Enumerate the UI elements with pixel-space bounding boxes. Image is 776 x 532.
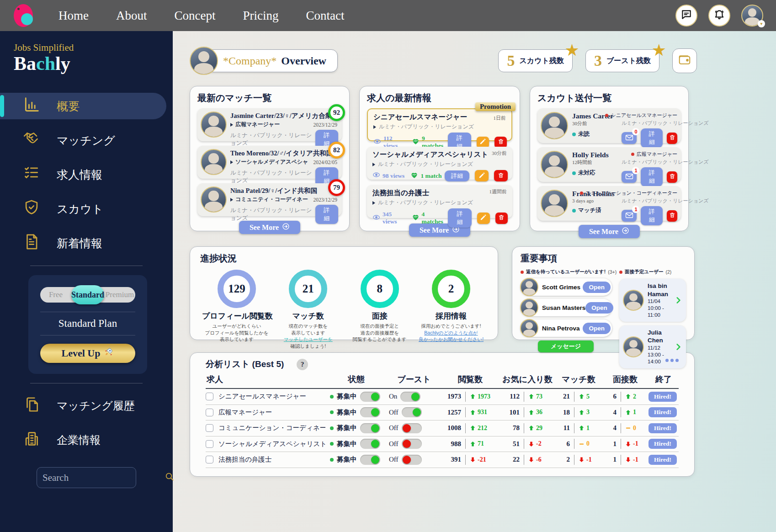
- matches-delta: 3: [579, 409, 590, 416]
- stat-interviews[interactable]: 8 面接 現在の面接予定と 過去の面接履歴を 閲覧することができます: [345, 269, 415, 350]
- see-more-scouts-button[interactable]: See More: [579, 225, 640, 238]
- match-list-item[interactable]: Nina Patel/29/♀/インド共和国 コミュニティ・コーディネーター 2…: [197, 183, 342, 216]
- stat-hired[interactable]: 2 採用情報 採用おめでとうございます! Bachlyのどのような点が 良かった…: [416, 269, 486, 350]
- sidebar-item-scout[interactable]: スカウト: [0, 196, 173, 222]
- job-list-item[interactable]: 30分前 ソーシャルメディアスペシャリスト ルミナ・パブリック・リレーションズ: [367, 147, 512, 180]
- plan-option-standard[interactable]: Standard: [71, 285, 104, 304]
- sidebar-item-company-info[interactable]: 企業情報: [0, 427, 173, 453]
- stat-profile-views[interactable]: 129 プロフィール閲覧数 ユーザーがどれくらい プロフィールを閲覧したかを 表…: [202, 269, 271, 350]
- hired-button[interactable]: Hired!: [648, 423, 677, 433]
- delete-scout-button[interactable]: [667, 210, 677, 222]
- boost-remaining-badge[interactable]: ★ 3 ブースト残数: [585, 49, 659, 72]
- scout-list-item[interactable]: Holly Fields 12時間前 未対応 広報マネージャー ルミナ・パブリッ…: [537, 147, 681, 182]
- sidebar-item-news[interactable]: 新着情報: [0, 230, 173, 256]
- scout-remaining-badge[interactable]: ★ 5 スカウト残数: [498, 49, 573, 72]
- boost-toggle[interactable]: [402, 455, 422, 465]
- status-toggle[interactable]: [360, 439, 380, 449]
- row-checkbox[interactable]: [206, 393, 213, 400]
- app-logo-icon[interactable]: [13, 3, 35, 28]
- boost-toggle[interactable]: [400, 392, 420, 402]
- delete-scout-button[interactable]: [667, 171, 677, 183]
- candidate-name: Theo Moreno/32/♂/イタリア共和国: [230, 149, 338, 158]
- plan-segmented-control: Free Standard Premium: [40, 287, 135, 303]
- search-input[interactable]: [43, 472, 164, 484]
- detail-button[interactable]: 詳細: [641, 128, 663, 148]
- nav-link-concept[interactable]: Concept: [174, 9, 215, 23]
- delete-job-button[interactable]: [495, 213, 508, 224]
- matched-users-link[interactable]: マッチしたユーザーを: [273, 336, 343, 343]
- sidebar-item-matching[interactable]: マッチング: [0, 127, 173, 154]
- edit-job-button[interactable]: [477, 213, 490, 224]
- chevron-right-icon[interactable]: [674, 342, 682, 352]
- sidebar-item-jobs[interactable]: 求人情報: [0, 161, 173, 188]
- boost-toggle[interactable]: [402, 407, 422, 417]
- job-posted-time: 1週間前: [489, 188, 507, 195]
- scout-list-item[interactable]: Frank Hollins 3 days ago マッチ済 コミュニケーション・…: [537, 186, 681, 221]
- status-toggle[interactable]: [360, 455, 380, 465]
- plan-option-premium[interactable]: Premium: [104, 290, 135, 299]
- row-checkbox[interactable]: [206, 456, 213, 463]
- company-avatar[interactable]: [190, 47, 218, 75]
- analysis-list-card: 分析リスト (Best 5) ? 求人 状態 ブースト 閲覧数 お気に入り数 マ…: [190, 352, 695, 477]
- mail-button[interactable]: 1: [622, 171, 637, 183]
- sidebar-item-overview[interactable]: 概要: [0, 93, 166, 119]
- detail-button[interactable]: 詳細: [448, 208, 472, 228]
- row-checkbox[interactable]: [206, 440, 213, 448]
- boost-label: On: [389, 393, 397, 400]
- delete-job-button[interactable]: [494, 170, 508, 181]
- delete-job-button[interactable]: [494, 137, 507, 148]
- status-toggle[interactable]: [360, 423, 380, 433]
- user-avatar[interactable]: ▾: [741, 5, 763, 27]
- row-checkbox[interactable]: [206, 424, 213, 432]
- wallet-button[interactable]: [672, 48, 697, 73]
- chat-button[interactable]: [675, 5, 697, 27]
- candidate-job: コミュニティ・コーディネーター: [235, 196, 308, 203]
- open-button[interactable]: Open: [585, 302, 613, 314]
- match-list-item[interactable]: Theo Moreno/32/♂/イタリア共和国 ソーシャルメディアスペシャリス…: [197, 146, 342, 179]
- hired-button[interactable]: Hired!: [648, 407, 677, 417]
- mail-button[interactable]: 1: [622, 210, 637, 222]
- brand-logo[interactable]: Jobs Simplified Bachly: [0, 42, 173, 74]
- detail-button[interactable]: 詳細: [641, 206, 663, 225]
- job-list-item[interactable]: Promotion 1日前 シニアセールスマネージャー ルミナ・パブリック・リレ…: [367, 108, 512, 141]
- feedback-link[interactable]: Bachlyのどのような点が: [416, 330, 486, 336]
- edit-job-button[interactable]: [475, 170, 489, 181]
- nav-link-contact[interactable]: Contact: [306, 9, 344, 23]
- nav-link-pricing[interactable]: Pricing: [243, 9, 278, 23]
- boost-toggle[interactable]: [402, 439, 422, 449]
- stat-match-count[interactable]: 21 マッチ数 現在のマッチ数を 表示しています マッチしたユーザーを 確認しま…: [273, 269, 343, 350]
- hired-button[interactable]: Hired!: [648, 439, 677, 449]
- nav-link-home[interactable]: Home: [58, 9, 89, 23]
- nav-link-about[interactable]: About: [116, 9, 147, 23]
- notifications-button[interactable]: [708, 5, 730, 27]
- level-up-button[interactable]: Level Up: [40, 344, 135, 363]
- more-options-button[interactable]: [665, 359, 679, 362]
- interviews-delta: 2: [625, 393, 636, 400]
- delete-scout-button[interactable]: [667, 133, 677, 144]
- match-list-item[interactable]: Jasmine Carter/23/♀/アメリカ合衆国 広報マネージャー 202…: [197, 108, 342, 141]
- message-button[interactable]: メッセージ: [538, 340, 594, 352]
- detail-button[interactable]: 詳細: [315, 205, 338, 224]
- mail-button[interactable]: 0: [622, 132, 637, 144]
- detail-button[interactable]: 詳細: [445, 170, 469, 181]
- open-button[interactable]: Open: [583, 323, 611, 334]
- hired-button[interactable]: Hired!: [648, 392, 677, 402]
- feedback-link[interactable]: 良かったかお聞かせください!: [416, 336, 486, 343]
- hired-button[interactable]: Hired!: [648, 455, 677, 465]
- edit-job-button[interactable]: [477, 137, 489, 148]
- search-icon[interactable]: [164, 471, 175, 484]
- chevron-right-icon[interactable]: [674, 295, 682, 305]
- help-button[interactable]: ?: [297, 359, 308, 370]
- sidebar-item-matching-history[interactable]: マッチング履歴: [0, 393, 173, 419]
- user-name: Susan Masters: [542, 304, 585, 311]
- plan-option-free[interactable]: Free: [40, 290, 71, 299]
- scout-list-item[interactable]: James Carter 30分前 未読 シニアセールスマネージャー ルミナ・パ…: [537, 108, 681, 143]
- row-checkbox[interactable]: [206, 409, 213, 416]
- job-list-item[interactable]: 1週間前 法務担当の弁護士 ルミナ・パブリック・リレーションズ: [367, 185, 512, 218]
- donut-ring: 21: [289, 270, 327, 308]
- open-button[interactable]: Open: [583, 282, 611, 293]
- status-toggle[interactable]: [360, 407, 380, 417]
- boost-toggle[interactable]: [402, 423, 422, 433]
- status-toggle[interactable]: [360, 392, 380, 402]
- detail-button[interactable]: 詳細: [641, 167, 663, 186]
